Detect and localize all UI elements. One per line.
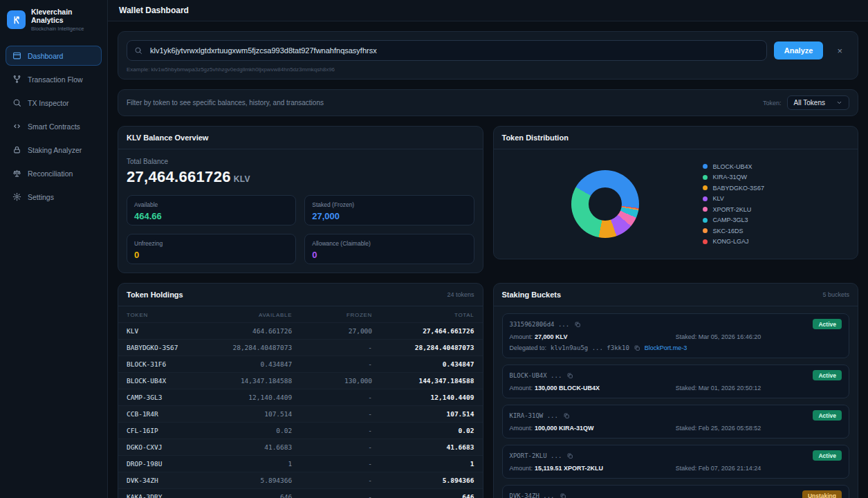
- details-row: Token Holdings 24 tokens TokenAvailableF…: [118, 283, 858, 498]
- sidebar-item-label: TX Inspector: [28, 99, 69, 107]
- legend-item: BLOCK-UB4X: [703, 163, 765, 170]
- legend-label: KLV: [713, 195, 724, 202]
- holdings-count: 24 tokens: [447, 291, 474, 298]
- copy-icon[interactable]: [574, 321, 581, 328]
- stat-label: Allowance (Claimable): [312, 240, 466, 247]
- column-header-total: Total: [380, 306, 482, 323]
- table-row[interactable]: CCB-1R4R107.514-107.514: [118, 406, 483, 423]
- token-cell: CFL-16IP: [118, 423, 213, 439]
- token-cell: DVK-34ZH: [118, 472, 213, 489]
- table-row[interactable]: CFL-16IP0.02-0.02: [118, 423, 483, 439]
- bucket-delegation-row: Delegated to:klv1n9au5g ... f3kk10BlockP…: [510, 344, 842, 351]
- sidebar-item-smart-contracts[interactable]: Smart Contracts: [6, 116, 102, 136]
- table-row[interactable]: BABYDGKO-3S6728,284.40487073-28,284.4048…: [118, 340, 483, 356]
- sidebar-item-transaction-flow[interactable]: Transaction Flow: [6, 69, 102, 89]
- sidebar-item-staking-analyzer[interactable]: Staking Analyzer: [6, 140, 102, 160]
- table-row[interactable]: DGKO-CXVJ41.6683-41.6683: [118, 439, 483, 456]
- status-badge: Active: [813, 370, 842, 380]
- stat-value: 0: [312, 250, 466, 260]
- available-cell: 646: [213, 489, 300, 498]
- bucket-id: XPORT-2KLU ...: [510, 452, 574, 459]
- analyze-button[interactable]: Analyze: [774, 42, 824, 59]
- available-cell: 0.02: [213, 423, 300, 439]
- address-input[interactable]: [149, 46, 759, 55]
- copy-icon[interactable]: [566, 372, 573, 379]
- sidebar-item-tx-inspector[interactable]: TX Inspector: [6, 93, 102, 113]
- table-row[interactable]: DROP-198U1-1: [118, 456, 483, 472]
- bucket-id-text: XPORT-2KLU ...: [510, 452, 562, 459]
- table-row[interactable]: KAKA-3DRY646-646: [118, 489, 483, 498]
- table-row[interactable]: CAMP-3GL312,140.4409-12,140.4409: [118, 389, 483, 406]
- sidebar-item-settings[interactable]: Settings: [6, 187, 102, 207]
- token-select-label: Token:: [763, 100, 782, 107]
- validator-link[interactable]: BlockPort.me-3: [645, 344, 687, 351]
- bucket-detail-row: Amount:15,119.51 XPORT-2KLUStaked: Feb 0…: [510, 465, 842, 472]
- sidebar-item-label: Transaction Flow: [28, 75, 83, 84]
- page-title: Wallet Dashboard: [119, 6, 189, 15]
- frozen-cell: 27,000: [300, 323, 380, 340]
- search-example: Example: klv1w5hbybmwpa3z5gz5vhhzgv0edgl…: [127, 66, 849, 73]
- bucket-staked-date: Staked: Feb 07, 2026 21:14:24: [676, 465, 842, 472]
- token-select[interactable]: All Tokens: [787, 95, 849, 110]
- balance-card-title: KLV Balance Overview: [127, 133, 208, 142]
- table-row[interactable]: DVK-34ZH5.894366-5.894366: [118, 472, 483, 489]
- sidebar-item-label: Smart Contracts: [28, 122, 80, 131]
- available-cell: 5.894366: [213, 472, 300, 489]
- stat-box-available: Available464.66: [127, 195, 296, 225]
- total-cell: 5.894366: [380, 472, 482, 489]
- main-area: Wallet Dashboard Analyze × Example: klv1…: [108, 0, 868, 498]
- total-cell: 12,140.4409: [380, 389, 482, 406]
- frozen-cell: -: [300, 489, 380, 498]
- total-balance-label: Total Balance: [127, 158, 474, 165]
- dashboard-icon: [12, 51, 21, 60]
- legend-dot-icon: [703, 196, 708, 201]
- stat-value: 27,000: [312, 211, 466, 221]
- status-badge: Active: [813, 319, 842, 329]
- balance-body: Total Balance 27,464.661726KLV Available…: [118, 149, 483, 273]
- bucket-amount: Amount:27,000 KLV: [510, 333, 676, 340]
- chevron-down-icon: [836, 100, 842, 106]
- total-balance-value: 27,464.661726KLV: [127, 168, 474, 186]
- bucket-top: BLOCK-UB4X ...Active: [510, 370, 842, 380]
- amount-label: Amount:: [510, 465, 533, 472]
- bucket-list: 3315962806d4 ...ActiveAmount:27,000 KLVS…: [494, 306, 858, 498]
- legend-label: KONG-LGAJ: [713, 238, 749, 245]
- search-icon: [134, 46, 142, 55]
- bucket-top: 3315962806d4 ...Active: [510, 319, 842, 329]
- copy-icon[interactable]: [566, 452, 573, 459]
- token-holdings-card: Token Holdings 24 tokens TokenAvailableF…: [118, 283, 483, 498]
- sidebar-item-reconciliation[interactable]: Reconciliation: [6, 163, 102, 183]
- legend-label: BLOCK-UB4X: [713, 163, 752, 170]
- amount-label: Amount:: [510, 385, 533, 391]
- available-cell: 41.6683: [213, 439, 300, 456]
- copy-icon[interactable]: [563, 412, 570, 419]
- brand: Kleverchain Analytics Blockchain Intelli…: [0, 0, 107, 40]
- amount-label: Amount:: [510, 425, 533, 432]
- token-cell: KAKA-3DRY: [118, 489, 213, 498]
- token-cell: BLOCK-UB4X: [118, 373, 213, 389]
- balance-card-header: KLV Balance Overview: [118, 127, 483, 149]
- column-header-frozen: Frozen: [300, 306, 380, 323]
- staking-analyzer-icon: [12, 145, 21, 154]
- bucket-detail-row: Amount:100,000 KIRA-31QWStaked: Feb 25, …: [510, 425, 842, 432]
- status-badge: Active: [813, 450, 842, 461]
- available-cell: 464.661726: [213, 323, 300, 340]
- copy-icon[interactable]: [634, 344, 640, 351]
- total-cell: 28,284.40487073: [380, 340, 482, 356]
- token-cell: CAMP-3GL3: [118, 389, 213, 406]
- legend-dot-icon: [703, 175, 708, 180]
- table-row[interactable]: KLV464.66172627,00027,464.661726: [118, 323, 483, 340]
- token-cell: KLV: [118, 323, 213, 340]
- stat-value: 464.66: [134, 211, 288, 221]
- delegated-address: klv1n9au5g ... f3kk10: [551, 344, 629, 351]
- table-row[interactable]: BLOCK-UB4X14,347.184588130,000144,347.18…: [118, 373, 483, 389]
- sidebar-item-dashboard[interactable]: Dashboard: [6, 46, 102, 66]
- stat-box-unfreezing: Unfreezing0: [127, 234, 296, 264]
- legend-label: KIRA-31QW: [713, 174, 748, 181]
- table-row[interactable]: BLOCK-31F60.434847-0.434847: [118, 356, 483, 373]
- copy-icon[interactable]: [560, 492, 566, 498]
- address-input-wrap[interactable]: [127, 40, 767, 61]
- column-header-token: Token: [118, 306, 213, 323]
- clear-search-button[interactable]: ×: [830, 44, 849, 57]
- holdings-table: TokenAvailableFrozenTotal KLV464.6617262…: [118, 306, 483, 498]
